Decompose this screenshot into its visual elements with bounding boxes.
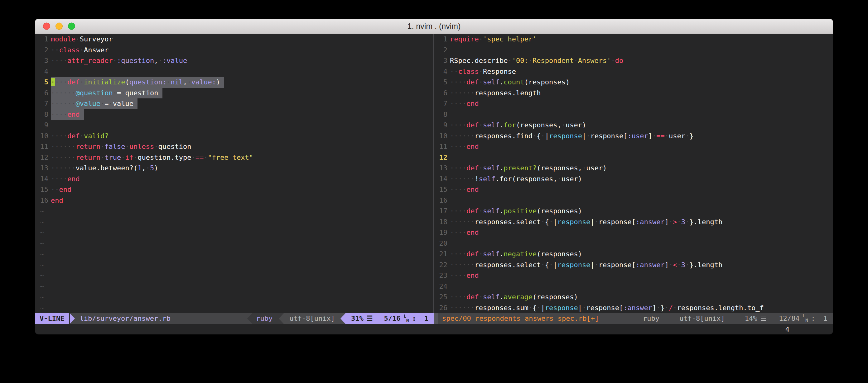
empty-line[interactable]: 16 — [434, 195, 833, 206]
cursor-column: 1 — [424, 313, 428, 324]
code-line[interactable]: 11······return·false·unless·question — [35, 141, 433, 152]
editor-pane-right[interactable]: 1require·'spec_helper'23RSpec.describe·'… — [434, 34, 833, 313]
code-line[interactable]: 26······responses.sum·{·|response|·respo… — [434, 303, 833, 314]
code-line[interactable]: 8····end — [35, 109, 433, 120]
token-pl: }.length — [689, 218, 722, 226]
code-line[interactable]: 17····def·self.positive(responses) — [434, 206, 833, 217]
code-text: ····end — [450, 270, 479, 281]
token-pl: question — [158, 143, 191, 150]
code-line[interactable]: 23····end — [434, 270, 833, 281]
code-line[interactable]: 5····def·self.count(responses) — [434, 77, 833, 88]
code-text: ··end — [51, 184, 71, 195]
empty-line[interactable]: 2 — [434, 45, 833, 56]
command-line[interactable]: 4 — [35, 324, 833, 335]
token-ws: ·· — [51, 185, 59, 194]
code-line[interactable]: 14······!self.for(responses,·user) — [434, 174, 833, 185]
code-line[interactable]: 22······responses.select·{·|response|·re… — [434, 260, 833, 271]
empty-line[interactable]: 9 — [35, 120, 433, 131]
line-number: 10 — [434, 131, 447, 142]
code-line[interactable]: 13····def·self.present?(responses,·user) — [434, 163, 833, 174]
code-line[interactable]: 21····def·self.negative(responses) — [434, 249, 833, 260]
empty-line[interactable]: 8 — [434, 109, 833, 120]
code-line[interactable]: 10····def·valid? — [35, 131, 433, 142]
token-ws: · — [586, 132, 590, 140]
token-ws: ···· — [450, 229, 466, 236]
line-number: 4 — [434, 66, 447, 77]
tilde-marker: ~ — [35, 281, 44, 292]
editor-pane-left[interactable]: 1module·Surveyor2··class·Answer3····attr… — [35, 34, 433, 313]
tilde-marker: ~ — [35, 206, 44, 217]
tilde-line: ~ — [35, 249, 433, 260]
code-line[interactable]: 14····end — [35, 174, 433, 185]
code-line[interactable]: 7······@value·=·value — [35, 98, 433, 109]
code-line[interactable]: 16end — [35, 195, 433, 206]
selection-eol-pad — [158, 89, 162, 97]
code-line[interactable]: 13······value.between?(1,·5) — [35, 163, 433, 174]
code-line[interactable]: 3····attr_reader·:question,·:value — [35, 56, 433, 66]
token-pl: | — [582, 132, 586, 140]
code-line[interactable]: 7····end — [434, 98, 833, 109]
code-line[interactable]: 12······return·true·if·question.type·==·… — [35, 152, 433, 163]
empty-line[interactable]: 24 — [434, 281, 833, 292]
token-ws: ······ — [51, 153, 75, 161]
code-line[interactable]: 15····end — [434, 184, 833, 195]
line-number: 25 — [434, 292, 447, 303]
code-line[interactable]: 9····def·self.for(responses,·user) — [434, 120, 833, 131]
code-line[interactable]: 4··class·Response — [434, 66, 833, 77]
cursor-column: 1 — [824, 313, 833, 324]
code-text: ··class·Answer — [51, 45, 108, 56]
tilde-marker: ~ — [35, 292, 44, 303]
window-titlebar[interactable]: 1. nvim . (nvim) — [35, 19, 833, 34]
mode-indicator: V-LINE — [35, 313, 69, 324]
code-line[interactable]: 18······responses.select·{·|response|·re… — [434, 217, 833, 228]
code-line[interactable]: 5····def·initialize(question:·nil,·value… — [35, 77, 433, 88]
code-line[interactable]: 2··class·Answer — [35, 45, 433, 56]
token-pl: value.between?( — [75, 164, 137, 172]
code-line[interactable]: 10······responses.find·{·|response|·resp… — [434, 131, 833, 142]
close-button[interactable] — [43, 23, 50, 30]
tilde-line: ~ — [35, 206, 433, 217]
minimize-button[interactable] — [56, 23, 63, 30]
token-ws: · — [673, 304, 677, 312]
token-fn: positive — [503, 207, 536, 215]
token-pl: | — [578, 304, 582, 312]
empty-line[interactable]: 12 — [434, 152, 833, 163]
token-pl: ] — [648, 132, 652, 140]
token-ws: · — [540, 261, 545, 269]
token-pu: self — [479, 175, 495, 183]
token-ws: · — [540, 132, 545, 140]
code-text: module·Surveyor — [51, 34, 113, 45]
token-ws: ···· — [450, 121, 466, 129]
code-text: require·'spec_helper' — [450, 34, 536, 45]
code-line[interactable]: 6······@question·=·question — [35, 88, 433, 99]
code-line[interactable]: 19····end — [434, 227, 833, 238]
scroll-percent: 31% — [351, 313, 364, 324]
tilde-line: ~ — [35, 260, 433, 271]
code-line[interactable]: 1require·'spec_helper' — [434, 34, 833, 45]
line-number: 17 — [434, 206, 447, 217]
code-line[interactable]: 6······responses.length — [434, 88, 833, 99]
empty-line[interactable]: 4 — [35, 66, 433, 77]
empty-line[interactable]: 20 — [434, 238, 833, 249]
token-kw: def — [466, 207, 479, 215]
token-cy: response — [557, 218, 590, 226]
code-line[interactable]: 11····end — [434, 141, 833, 152]
token-str: Respondent — [532, 57, 574, 65]
code-text: RSpec.describe·'00:·Respondent·Answers'·… — [450, 56, 623, 66]
token-pl: . — [499, 293, 503, 301]
token-kw: > — [673, 218, 677, 226]
token-ws: · — [146, 164, 150, 172]
code-line[interactable]: 15··end — [35, 184, 433, 195]
token-pl: (responses) — [524, 78, 569, 86]
token-pl: | — [540, 304, 545, 312]
code-line[interactable]: 25····def·self.average(responses) — [434, 292, 833, 303]
token-pu: 5 — [150, 164, 154, 172]
code-line[interactable]: 1module·Surveyor — [35, 34, 433, 45]
tilde-line: ~ — [35, 303, 433, 314]
zoom-button[interactable] — [68, 23, 75, 30]
token-ws: ···· — [450, 164, 466, 172]
token-kw: def — [466, 78, 479, 86]
editor-splits: 1module·Surveyor2··class·Answer3····attr… — [35, 34, 833, 313]
token-pl: response[ — [590, 132, 627, 140]
code-line[interactable]: 3RSpec.describe·'00:·Respondent·Answers'… — [434, 56, 833, 66]
